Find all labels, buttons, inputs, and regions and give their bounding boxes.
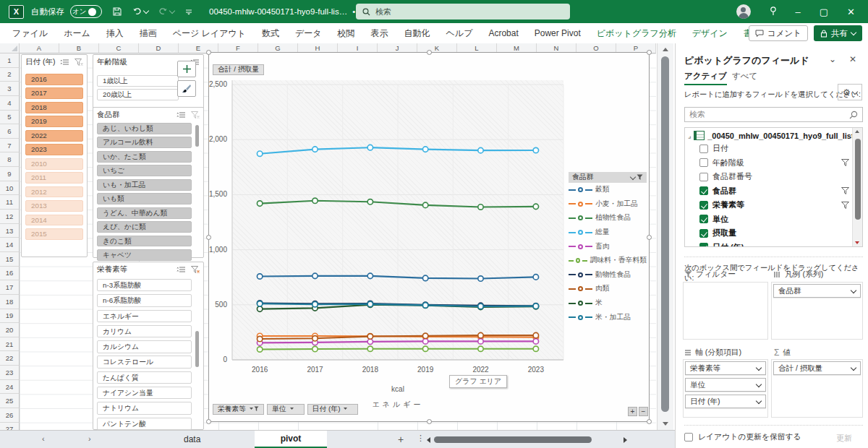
row-header[interactable]: 5: [0, 111, 20, 125]
slicer-item-year[interactable]: 2022: [25, 130, 83, 142]
collapse-icon[interactable]: ⌟: [688, 132, 691, 139]
slicer-item-year[interactable]: 2013: [25, 200, 83, 212]
field-row[interactable]: 日付 (年): [685, 241, 862, 248]
row-header[interactable]: 9: [0, 167, 20, 181]
row-header[interactable]: 4: [0, 96, 20, 111]
ribbon-tab[interactable]: Power Pivot: [527, 25, 589, 42]
ribbon-tab[interactable]: 描画: [132, 24, 165, 43]
excel-app-icon[interactable]: X: [9, 5, 24, 19]
tools-button[interactable]: ⚙: [838, 84, 862, 100]
chart-axis-field-button[interactable]: 栄養素等: [213, 404, 264, 415]
row-header[interactable]: 22: [0, 351, 20, 366]
prev-sheet-icon[interactable]: ‹: [42, 434, 45, 443]
panel-close-icon[interactable]: ✕: [849, 54, 856, 64]
area-field-item[interactable]: 栄養素等: [685, 361, 766, 375]
field-list-scroll-thumb[interactable]: [855, 139, 861, 220]
ribbon-tab[interactable]: ホーム: [56, 24, 98, 43]
row-header[interactable]: 26: [0, 408, 20, 423]
row-header[interactable]: 2: [0, 68, 20, 82]
chart-value-field-button[interactable]: 合計 / 摂取量: [213, 64, 264, 75]
legend-entry[interactable]: 植物性食品: [569, 211, 647, 225]
slicer-item-food[interactable]: いも・加工品: [97, 179, 192, 191]
sheet-tab-data[interactable]: data: [172, 431, 212, 448]
row-header[interactable]: 8: [0, 152, 20, 167]
legend-entry[interactable]: 穀類: [569, 183, 647, 197]
row-header[interactable]: 1: [0, 53, 20, 68]
slicer-item-age[interactable]: 20歳以上: [97, 89, 179, 100]
search-input[interactable]: 検索: [356, 4, 570, 20]
slicer-item-food[interactable]: アルコール飲料: [97, 137, 192, 148]
row-header[interactable]: 18: [0, 295, 20, 309]
chart-handle[interactable]: [427, 419, 432, 424]
filters-area[interactable]: [683, 282, 768, 340]
scroll-up-icon[interactable]: [855, 130, 859, 133]
slicer-item-year[interactable]: 2018: [25, 102, 83, 113]
legend-entry[interactable]: 総量: [569, 225, 647, 240]
field-row[interactable]: 摂取量: [685, 226, 862, 241]
bulb-icon[interactable]: [770, 7, 777, 17]
field-checkbox[interactable]: [699, 158, 708, 167]
chart-handle[interactable]: [647, 419, 652, 424]
ribbon-tab[interactable]: 表示: [363, 24, 396, 43]
chart-handle[interactable]: [206, 419, 211, 424]
multi-select-icon[interactable]: [176, 266, 186, 273]
ribbon-tab[interactable]: ヘルプ: [438, 24, 481, 43]
chart-handle[interactable]: [647, 235, 652, 240]
field-checkbox[interactable]: [699, 215, 708, 223]
ribbon-tab[interactable]: 自動化: [396, 24, 438, 43]
chart-style-button[interactable]: [177, 80, 196, 97]
comments-button[interactable]: コメント: [749, 25, 808, 41]
hscroll-left-icon[interactable]: [427, 437, 430, 443]
slicer-item-nutrient[interactable]: たんぱく質: [97, 371, 192, 384]
ribbon-tab[interactable]: デザイン: [684, 24, 736, 43]
slicer-item-year[interactable]: 2012: [25, 186, 83, 198]
zoom-out-button[interactable]: −: [639, 407, 648, 416]
legend-entry[interactable]: 小麦・加工品: [569, 197, 647, 212]
ribbon-tab[interactable]: Acrobat: [480, 25, 526, 42]
ribbon-tab[interactable]: 挿入: [98, 24, 132, 43]
field-checkbox[interactable]: [699, 145, 708, 153]
ribbon-tab[interactable]: データ: [287, 24, 330, 43]
column-header[interactable]: A: [20, 43, 59, 53]
field-checkbox[interactable]: [699, 243, 708, 247]
ribbon-tab[interactable]: ピボットグラフ分析: [589, 24, 684, 43]
column-header[interactable]: B: [59, 43, 99, 53]
clear-filter-icon-active[interactable]: [191, 266, 200, 274]
slicer-item-nutrient[interactable]: エネルギー: [97, 310, 192, 322]
ribbon-tab[interactable]: ファイル: [4, 24, 56, 43]
field-checkbox[interactable]: [699, 229, 708, 238]
values-area[interactable]: 合計 / 摂取量: [771, 359, 863, 418]
chart-axis-field-button[interactable]: 単位: [267, 404, 305, 415]
row-header[interactable]: 25: [0, 394, 20, 408]
next-sheet-icon[interactable]: ›: [88, 434, 91, 443]
legend-entry[interactable]: 肉類: [569, 282, 647, 296]
row-header[interactable]: 19: [0, 309, 20, 324]
row-header[interactable]: 11: [0, 195, 20, 210]
row-header[interactable]: 6: [0, 124, 20, 139]
slicer-item-year[interactable]: 2011: [25, 172, 83, 184]
field-checkbox[interactable]: [699, 173, 708, 181]
slicer-item-year[interactable]: 2023: [25, 144, 83, 155]
slicer-item-year[interactable]: 2016: [25, 74, 83, 85]
slicer-item-food[interactable]: いも類: [97, 193, 192, 204]
slicer-item-nutrient[interactable]: n-3系脂肪酸: [97, 279, 192, 291]
save-icon[interactable]: [112, 7, 122, 17]
legend-entry[interactable]: 畜肉: [569, 239, 647, 254]
tab-active[interactable]: アクティブ: [684, 71, 727, 85]
slicer-item-year[interactable]: 2017: [25, 87, 83, 99]
chart-handle[interactable]: [206, 235, 211, 240]
slicer-item-nutrient[interactable]: n-6系脂肪酸: [97, 294, 192, 306]
row-header[interactable]: 24: [0, 380, 20, 395]
field-row[interactable]: 年齢階級: [685, 156, 862, 171]
hscroll-right-icon[interactable]: [624, 437, 627, 443]
legend-field-button[interactable]: 食品群: [569, 172, 647, 183]
slicer-item-year[interactable]: 2015: [25, 228, 83, 240]
ribbon-tab[interactable]: 数式: [254, 24, 287, 43]
chart-plot-area[interactable]: 05001,0001,5002,0002,500 201620172018201…: [232, 80, 563, 360]
more-options-icon[interactable]: ⋮: [417, 434, 425, 443]
row-header[interactable]: 21: [0, 337, 20, 352]
row-header[interactable]: 15: [0, 252, 20, 267]
legend-area[interactable]: 食品群: [771, 282, 863, 340]
minimize-button[interactable]: –: [796, 7, 801, 17]
horizontal-scroll-thumb[interactable]: [434, 436, 592, 443]
